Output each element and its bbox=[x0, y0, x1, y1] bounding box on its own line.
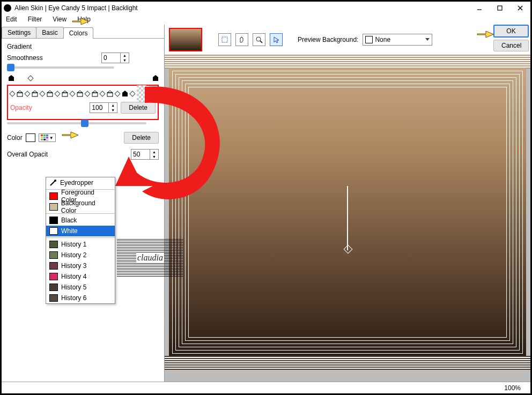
opacity-slider[interactable] bbox=[7, 122, 146, 124]
opacity-thumb[interactable] bbox=[81, 120, 88, 127]
color-grid-icon bbox=[41, 135, 48, 141]
svg-rect-8 bbox=[17, 93, 23, 96]
smoothness-input[interactable] bbox=[102, 53, 120, 63]
grad-diamond[interactable] bbox=[39, 91, 45, 96]
grad-diamond[interactable] bbox=[84, 91, 90, 96]
color-delete-button[interactable]: Delete bbox=[124, 132, 159, 144]
gradient-mid-marker[interactable] bbox=[27, 75, 33, 81]
svg-marker-9 bbox=[17, 91, 23, 93]
color-swatch[interactable] bbox=[26, 133, 35, 142]
svg-rect-14 bbox=[62, 93, 68, 96]
grad-diamond[interactable] bbox=[9, 91, 15, 96]
tool-zoom[interactable] bbox=[253, 33, 265, 46]
color-picker-button[interactable]: ▼ bbox=[39, 133, 56, 142]
color-dropdown-popup: Eyedropper Foreground Color Background C… bbox=[46, 177, 115, 304]
tab-settings[interactable]: Settings bbox=[2, 27, 36, 38]
preview-thumbnail[interactable] bbox=[169, 28, 202, 51]
tool-marquee[interactable] bbox=[218, 33, 231, 46]
ok-button[interactable]: OK bbox=[493, 25, 529, 38]
grad-stop-8[interactable] bbox=[122, 91, 128, 97]
grad-stop-6[interactable] bbox=[92, 91, 98, 97]
gradient-stop-top-right[interactable] bbox=[152, 75, 159, 81]
popup-black[interactable]: Black bbox=[46, 215, 115, 226]
grad-diamond[interactable] bbox=[114, 91, 120, 96]
opacity-input[interactable] bbox=[90, 103, 108, 113]
popup-eyedropper[interactable]: Eyedropper bbox=[46, 177, 115, 188]
menu-view[interactable]: View bbox=[51, 14, 68, 24]
grad-stop-5[interactable] bbox=[77, 91, 83, 97]
grad-diamond[interactable] bbox=[54, 91, 60, 96]
gradient-stop-top-left[interactable] bbox=[8, 75, 14, 81]
tool-hand[interactable] bbox=[235, 33, 248, 46]
svg-rect-16 bbox=[77, 93, 83, 96]
preview-bg-label: Preview Background: bbox=[298, 36, 358, 43]
gradient-editor[interactable]: Opacity ▲▼ Delete bbox=[7, 85, 159, 120]
opacity-spin-buttons[interactable]: ▲▼ bbox=[108, 103, 117, 113]
grad-stop-7[interactable] bbox=[107, 91, 113, 97]
cancel-button[interactable]: Cancel bbox=[493, 40, 529, 51]
window-buttons bbox=[469, 2, 530, 14]
dialog-buttons: OK Cancel bbox=[493, 25, 529, 51]
grad-stop-4[interactable] bbox=[62, 91, 68, 97]
popup-history-3[interactable]: History 3 bbox=[46, 260, 115, 271]
popup-history-1[interactable]: History 1 bbox=[46, 239, 115, 250]
smoothness-spin-buttons[interactable]: ▲▼ bbox=[120, 53, 129, 63]
grad-stop-3[interactable] bbox=[47, 91, 53, 97]
maximize-button[interactable] bbox=[490, 2, 510, 14]
left-panel: Settings Basic Colors Gradient Smoothnes… bbox=[2, 25, 165, 382]
overall-opacity-input[interactable] bbox=[131, 150, 150, 159]
opacity-delete-button[interactable]: Delete bbox=[121, 102, 156, 114]
preview-bg-combo[interactable]: None bbox=[363, 34, 432, 46]
popup-background[interactable]: Background Color bbox=[46, 202, 115, 212]
grad-diamond[interactable] bbox=[129, 91, 135, 96]
svg-marker-13 bbox=[47, 91, 53, 93]
popup-history-6[interactable]: History 6 bbox=[46, 293, 115, 303]
opacity-label: Opacity bbox=[10, 104, 32, 111]
h4-swatch-icon bbox=[49, 273, 58, 280]
close-button[interactable] bbox=[510, 2, 530, 14]
grad-stop-1[interactable] bbox=[17, 91, 23, 97]
grad-diamond[interactable] bbox=[99, 91, 105, 96]
svg-rect-1 bbox=[498, 6, 502, 10]
popup-white[interactable]: White bbox=[46, 226, 115, 236]
effect-center-handle[interactable] bbox=[347, 186, 348, 250]
smoothness-slider[interactable] bbox=[7, 66, 114, 69]
fg-swatch-icon bbox=[49, 192, 58, 200]
marquee-icon bbox=[221, 36, 228, 43]
tool-pointer[interactable] bbox=[270, 33, 283, 46]
svg-marker-38 bbox=[274, 37, 279, 43]
menu-filter[interactable]: Filter bbox=[27, 14, 43, 24]
popup-history-5[interactable]: History 5 bbox=[46, 282, 115, 293]
menu-edit[interactable]: Edit bbox=[5, 14, 18, 24]
popup-history-2[interactable]: History 2 bbox=[46, 250, 115, 260]
tab-colors[interactable]: Colors bbox=[63, 27, 94, 39]
gradient-label: Gradient bbox=[7, 43, 159, 50]
grad-diamond[interactable] bbox=[69, 91, 75, 96]
watermark: claudia bbox=[117, 239, 183, 277]
svg-rect-10 bbox=[32, 93, 38, 96]
overall-opacity-spinner[interactable]: ▲▼ bbox=[131, 149, 159, 160]
h1-swatch-icon bbox=[49, 241, 58, 248]
popup-history-4[interactable]: History 4 bbox=[46, 271, 115, 282]
overall-opacity-label: Overall Opacit bbox=[7, 151, 98, 158]
tab-basic[interactable]: Basic bbox=[36, 27, 63, 38]
grad-diamond[interactable] bbox=[24, 91, 30, 96]
grad-stop-2[interactable] bbox=[32, 91, 38, 97]
popup-h1-label: History 1 bbox=[61, 241, 86, 248]
popup-h6-label: History 6 bbox=[61, 294, 86, 302]
white-swatch-icon bbox=[49, 227, 58, 235]
svg-rect-6 bbox=[153, 77, 158, 81]
preview-bg-value: None bbox=[375, 36, 390, 43]
minimize-button[interactable] bbox=[469, 2, 490, 14]
opacity-spinner[interactable]: ▲▼ bbox=[90, 102, 117, 113]
svg-rect-31 bbox=[43, 139, 46, 140]
smoothness-thumb[interactable] bbox=[7, 64, 14, 71]
preview-area[interactable] bbox=[165, 55, 530, 382]
smoothness-spinner[interactable]: ▲▼ bbox=[101, 53, 129, 63]
svg-rect-28 bbox=[43, 137, 46, 138]
colors-panel: Gradient Smoothness ▲▼ bbox=[2, 39, 164, 167]
svg-rect-30 bbox=[41, 139, 43, 140]
combo-swatch-icon bbox=[365, 36, 373, 43]
overall-opacity-spin-buttons[interactable]: ▲▼ bbox=[150, 150, 158, 159]
svg-rect-22 bbox=[122, 93, 128, 96]
